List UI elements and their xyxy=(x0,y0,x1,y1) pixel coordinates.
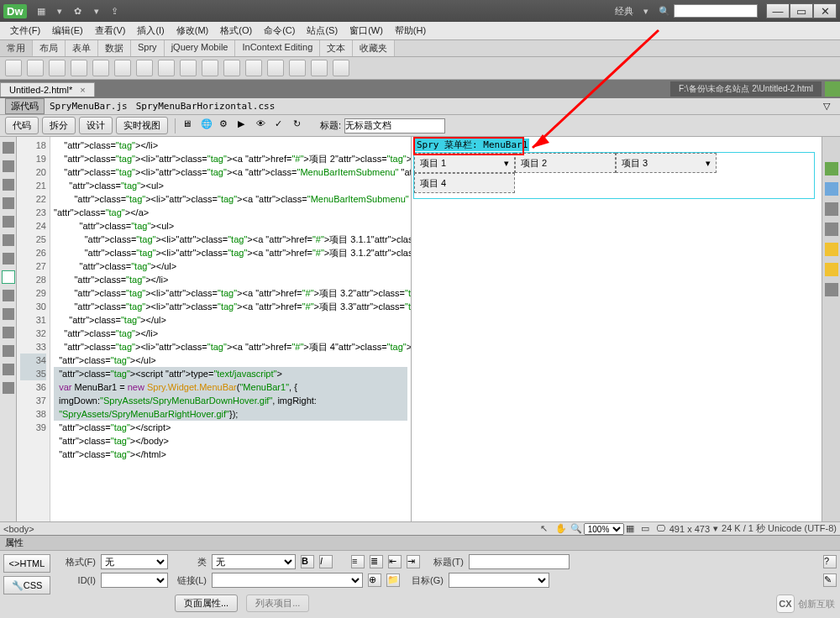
menu-window[interactable]: 窗口(W) xyxy=(344,23,388,39)
code-tool-icon[interactable] xyxy=(3,253,14,264)
layout-icon[interactable]: ▦ xyxy=(34,4,48,18)
insert-tab-common[interactable]: 常用 xyxy=(0,40,33,56)
status-icon[interactable]: ▦ xyxy=(626,523,638,535)
insert-icon[interactable] xyxy=(92,60,109,76)
italic-icon[interactable]: I xyxy=(319,555,333,568)
code-tool-icon[interactable] xyxy=(3,234,14,246)
code-tool-icon[interactable] xyxy=(3,216,14,228)
insert-icon[interactable] xyxy=(267,60,284,76)
toolbar-icon[interactable]: 🖥 xyxy=(182,118,197,134)
insert-icon[interactable] xyxy=(180,60,197,76)
insert-icon[interactable] xyxy=(245,60,262,76)
panel-icon[interactable] xyxy=(825,263,838,276)
dropdown-icon[interactable]: ▾ xyxy=(90,4,103,18)
menu-edit[interactable]: 编辑(E) xyxy=(47,23,88,39)
insert-icon[interactable] xyxy=(27,60,44,76)
split-view-button[interactable]: 拆分 xyxy=(42,117,76,134)
menu-view[interactable]: 查看(V) xyxy=(90,23,131,39)
menu-item[interactable]: 项目 1▾ xyxy=(414,153,515,173)
list-ol-icon[interactable]: ≣ xyxy=(370,555,383,568)
toolbar-icon[interactable]: ↻ xyxy=(293,118,308,134)
format-select[interactable]: 无 xyxy=(101,554,168,569)
search-input[interactable] xyxy=(674,4,758,18)
panel-icon[interactable] xyxy=(825,202,838,216)
hand-icon[interactable]: ✋ xyxy=(555,523,567,535)
design-view-button[interactable]: 设计 xyxy=(79,117,113,134)
code-tool-icon[interactable] xyxy=(3,364,14,375)
toolbar-icon[interactable]: 🌐 xyxy=(201,118,216,134)
refresh-icon[interactable] xyxy=(825,81,840,97)
toolbar-icon[interactable]: ✓ xyxy=(275,118,290,134)
insert-tab-spry[interactable]: Spry xyxy=(131,40,165,56)
maximize-button[interactable]: ▭ xyxy=(790,3,813,18)
design-view[interactable]: Spry 菜单栏: MenuBar1 项目 1▾ 项目 2 项目 3▾ 项目 4 xyxy=(412,137,822,521)
insert-icon[interactable] xyxy=(311,60,328,76)
document-tab[interactable]: Untitled-2.html* × xyxy=(0,82,95,97)
title-input[interactable] xyxy=(344,118,445,134)
page-properties-button[interactable]: 页面属性... xyxy=(175,594,238,612)
insert-tab-fav[interactable]: 收藏夹 xyxy=(353,40,395,56)
list-ul-icon[interactable]: ≡ xyxy=(351,555,365,568)
zoom-icon[interactable]: 🔍 xyxy=(570,523,582,535)
insert-tab-text[interactable]: 文本 xyxy=(320,40,353,56)
insert-tab-layout[interactable]: 布局 xyxy=(33,40,66,56)
extend-icon[interactable]: ⇪ xyxy=(108,4,122,18)
settings-icon[interactable]: ✿ xyxy=(71,4,85,18)
insert-tab-forms[interactable]: 表单 xyxy=(66,40,98,56)
zoom-select[interactable]: 100% xyxy=(584,523,624,535)
indent-icon[interactable]: ⇥ xyxy=(407,555,420,568)
status-icon[interactable]: 🖵 xyxy=(656,523,668,535)
menu-format[interactable]: 格式(O) xyxy=(215,23,257,39)
insert-icon[interactable] xyxy=(71,60,87,76)
panel-icon[interactable] xyxy=(825,223,838,236)
menu-site[interactable]: 站点(S) xyxy=(302,23,343,39)
insert-icon[interactable] xyxy=(223,60,240,76)
quick-tag-icon[interactable]: ✎ xyxy=(823,573,837,587)
code-tool-icon[interactable] xyxy=(3,160,14,172)
filter-icon[interactable]: ▽ xyxy=(823,101,835,113)
live-view-button[interactable]: 实时视图 xyxy=(116,117,168,134)
spry-menubar-widget[interactable]: 项目 1▾ 项目 2 项目 3▾ 项目 4 xyxy=(413,152,815,199)
insert-icon[interactable] xyxy=(114,60,131,76)
panel-icon[interactable] xyxy=(825,243,838,256)
related-file[interactable]: SpryMenuBarHorizontal.css xyxy=(136,101,276,112)
toolbar-icon[interactable]: ▶ xyxy=(238,118,253,134)
window-size[interactable]: 491 x 473 xyxy=(669,524,710,534)
target-select[interactable] xyxy=(449,573,549,588)
toolbar-icon[interactable]: ⚙ xyxy=(219,118,234,134)
menu-modify[interactable]: 修改(M) xyxy=(171,23,214,39)
insert-icon[interactable] xyxy=(289,60,306,76)
code-tool-icon[interactable] xyxy=(3,179,14,191)
toolbar-icon[interactable]: 👁 xyxy=(256,118,271,134)
code-view-button[interactable]: 代码 xyxy=(5,117,39,134)
menu-file[interactable]: 文件(F) xyxy=(5,23,45,39)
code-tool-icon[interactable] xyxy=(3,290,14,301)
status-icon[interactable]: ▭ xyxy=(641,523,653,535)
help-icon[interactable]: ? xyxy=(823,555,837,568)
menu-help[interactable]: 帮助(H) xyxy=(390,23,431,39)
code-tool-icon[interactable] xyxy=(3,197,14,209)
tag-selector[interactable]: <body> xyxy=(3,524,34,534)
point-to-file-icon[interactable]: ⊕ xyxy=(368,573,381,587)
menu-commands[interactable]: 命令(C) xyxy=(259,23,300,39)
code-tool-icon[interactable] xyxy=(3,142,14,154)
insert-icon[interactable] xyxy=(5,60,22,76)
insert-icon[interactable] xyxy=(202,60,218,76)
properties-header[interactable]: 属性 xyxy=(0,536,840,551)
source-code-button[interactable]: 源代码 xyxy=(5,98,45,114)
menu-insert[interactable]: 插入(I) xyxy=(132,23,169,39)
dropdown-icon[interactable]: ▾ xyxy=(53,4,66,18)
insert-icon[interactable] xyxy=(136,60,153,76)
workspace-label[interactable]: 经典 xyxy=(615,5,633,18)
insert-tab-ice[interactable]: InContext Editing xyxy=(235,40,320,56)
id-select[interactable] xyxy=(101,573,168,588)
title-attr-input[interactable] xyxy=(469,554,570,569)
code-tool-icon[interactable] xyxy=(3,327,14,338)
panel-icon[interactable] xyxy=(825,162,838,175)
insert-icon[interactable] xyxy=(158,60,175,76)
browse-folder-icon[interactable]: 📁 xyxy=(386,573,400,587)
code-tool-icon[interactable] xyxy=(3,271,14,283)
submenu-item[interactable]: 项目 4 xyxy=(414,173,515,193)
link-select[interactable] xyxy=(212,573,363,588)
code-tool-icon[interactable] xyxy=(3,382,14,394)
